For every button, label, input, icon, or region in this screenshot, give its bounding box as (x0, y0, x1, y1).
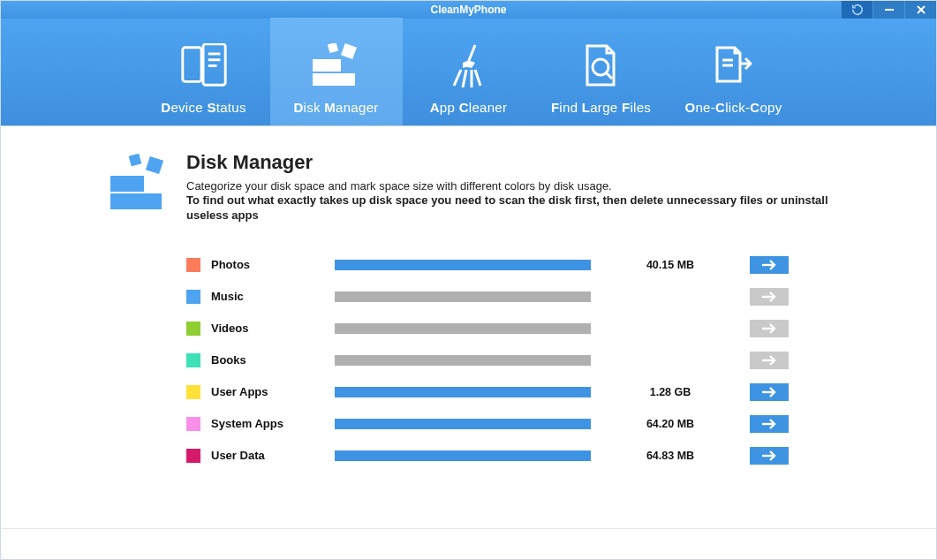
svg-rect-6 (208, 58, 220, 61)
category-color-swatch (186, 385, 200, 399)
category-name: User Apps (211, 385, 335, 398)
page-header: Disk Manager Categorize your disk space … (107, 151, 830, 223)
arrow-right-icon (760, 323, 778, 334)
category-row: Videos (186, 313, 830, 344)
category-open-button (750, 288, 789, 306)
arrow-right-icon (760, 291, 778, 302)
category-color-swatch (186, 417, 200, 431)
category-name: Books (211, 353, 335, 367)
category-color-swatch (186, 449, 200, 463)
svg-rect-5 (208, 53, 220, 56)
category-list: Photos40.15 MBMusicVideosBooksUser Apps1… (186, 249, 830, 472)
arrow-right-icon (760, 355, 778, 366)
svg-line-18 (606, 72, 612, 79)
nav-device-status[interactable]: Device Status (138, 18, 270, 125)
svg-rect-24 (129, 154, 142, 167)
category-size: 64.20 MB (617, 418, 723, 430)
svg-rect-22 (110, 176, 144, 192)
usage-bar (335, 291, 591, 302)
category-row: User Data64.83 MB (186, 440, 830, 472)
category-row: Books (186, 344, 830, 376)
category-size: 40.15 MB (617, 259, 723, 271)
svg-rect-0 (885, 9, 894, 11)
svg-line-16 (475, 70, 480, 86)
usage-bar-fill (335, 323, 591, 334)
category-name: Videos (211, 322, 335, 335)
close-icon (916, 4, 926, 15)
nav-label: Disk Manager (293, 100, 378, 115)
category-size: 64.83 MB (617, 450, 723, 462)
usage-bar (335, 323, 591, 334)
minimize-icon (884, 4, 895, 15)
page-icon (107, 151, 170, 215)
category-color-swatch (186, 258, 200, 272)
svg-rect-9 (313, 59, 341, 72)
window-controls (841, 1, 936, 19)
page-description: Categorize your disk space and mark spac… (186, 179, 830, 223)
arrow-right-icon (760, 260, 778, 270)
nav-find-large-files[interactable]: Find Large Files (535, 18, 668, 125)
usage-bar-fill (335, 260, 591, 270)
svg-line-13 (454, 70, 461, 86)
svg-rect-10 (341, 43, 357, 59)
device-status-icon (178, 42, 230, 91)
category-row: Music (186, 281, 830, 313)
content-area: Disk Manager Categorize your disk space … (1, 126, 936, 559)
usage-bar-fill (335, 387, 591, 397)
usage-bar-fill (335, 291, 591, 302)
nav-bar: Device Status Disk Manager (1, 19, 936, 126)
svg-rect-23 (146, 156, 163, 174)
minimize-button[interactable] (873, 1, 904, 19)
nav-label: One-Click-Copy (684, 100, 782, 115)
refresh-button[interactable] (841, 1, 873, 19)
app-cleaner-icon (442, 42, 495, 91)
app-window: CleanMyPhone (0, 0, 937, 560)
category-color-swatch (186, 353, 200, 367)
category-row: User Apps1.28 GB (186, 376, 830, 408)
refresh-icon (851, 4, 864, 16)
arrow-right-icon (760, 419, 778, 429)
category-open-button[interactable] (750, 256, 789, 274)
category-color-swatch (186, 322, 200, 336)
svg-line-14 (463, 70, 466, 87)
find-large-files-icon (575, 42, 628, 91)
nav-one-click-copy[interactable]: One-Click-Copy (668, 18, 800, 125)
nav-label: Find Large Files (551, 100, 651, 115)
one-click-copy-icon (707, 42, 760, 91)
usage-bar (335, 387, 591, 397)
page-title: Disk Manager (186, 151, 830, 174)
category-name: System Apps (211, 417, 335, 430)
arrow-right-icon (760, 450, 778, 461)
category-row: System Apps64.20 MB (186, 408, 830, 440)
svg-rect-7 (208, 64, 216, 67)
category-open-button[interactable] (750, 383, 789, 401)
svg-line-12 (468, 45, 475, 63)
category-open-button (750, 352, 789, 369)
svg-rect-3 (182, 48, 200, 82)
category-name: Photos (211, 258, 335, 271)
category-open-button[interactable] (750, 415, 789, 433)
usage-bar (335, 260, 591, 270)
window-title: CleanMyPhone (430, 4, 506, 16)
category-open-button[interactable] (750, 447, 789, 465)
disk-manager-icon (310, 42, 363, 91)
usage-bar-fill (335, 450, 591, 461)
category-row: Photos40.15 MB (186, 249, 830, 281)
nav-disk-manager[interactable]: Disk Manager (270, 18, 403, 125)
titlebar: CleanMyPhone (1, 1, 936, 19)
nav-app-cleaner[interactable]: App Cleaner (403, 18, 535, 125)
usage-bar-fill (335, 419, 591, 429)
usage-bar (335, 355, 591, 366)
close-button[interactable] (904, 1, 936, 19)
nav-label: App Cleaner (430, 100, 508, 115)
svg-rect-11 (327, 43, 337, 53)
category-size: 1.28 GB (617, 386, 723, 398)
category-color-swatch (186, 290, 200, 304)
arrow-right-icon (760, 387, 778, 397)
svg-rect-4 (203, 44, 225, 85)
page-header-text: Disk Manager Categorize your disk space … (186, 151, 830, 223)
usage-bar-fill (335, 355, 591, 366)
nav-label: Device Status (161, 100, 246, 115)
category-name: User Data (211, 449, 335, 462)
svg-rect-8 (313, 73, 355, 86)
